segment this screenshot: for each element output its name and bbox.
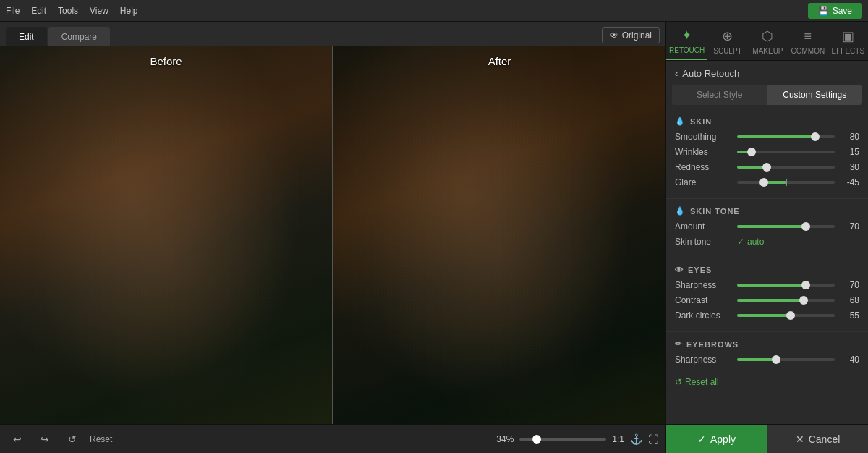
checkmark-icon: ✓ (737, 237, 744, 247)
dark-circles-fill (737, 314, 791, 317)
eyebrows-section-title: ✏ EYEBROWS (675, 339, 859, 349)
before-image: Before (0, 46, 332, 424)
eyes-title: EYES (688, 266, 712, 274)
retouch-icon: ✦ (681, 27, 692, 43)
smoothing-track[interactable] (737, 135, 835, 138)
sharpness-eyes-track[interactable] (737, 284, 835, 287)
auto-retouch-label: Auto Retouch (682, 68, 739, 79)
bottom-actions: ✓ Apply ✕ Cancel (666, 424, 868, 453)
tab-effects[interactable]: ▣ EFFECTS (828, 22, 868, 60)
sub-tab-custom-settings[interactable]: Custom Settings (767, 85, 863, 105)
dark-circles-label: Dark circles (675, 310, 733, 321)
redo-button[interactable]: ↪ (35, 429, 55, 449)
contrast-eyes-label: Contrast (675, 295, 733, 305)
contrast-eyes-value: 68 (839, 295, 859, 305)
back-icon: ‹ (675, 68, 678, 79)
amount-track[interactable] (737, 225, 835, 228)
eyebrows-title: EYEBROWS (686, 340, 739, 349)
dark-circles-value: 55 (839, 310, 859, 321)
smoothing-row: Smoothing 80 (675, 132, 859, 142)
skin-section: 💧 SKIN Smoothing 80 Wrinkles (666, 112, 868, 195)
skin-tone-auto-check[interactable]: ✓ auto (737, 237, 764, 247)
anchor-icon: ⚓ (630, 433, 642, 445)
redness-thumb[interactable] (762, 163, 771, 172)
bottom-bar: ↩ ↪ ↺ Reset 34% 1:1 ⚓ ⛶ (0, 424, 665, 453)
wrinkles-thumb[interactable] (747, 148, 756, 156)
tab-common[interactable]: ≡ COMMON (788, 22, 827, 60)
save-label: Save (833, 6, 852, 16)
contrast-eyes-thumb[interactable] (799, 296, 808, 305)
sub-tab-select-style[interactable]: Select Style (672, 85, 767, 105)
tab-sculpt[interactable]: ⊕ SCULPT (707, 22, 747, 60)
reset-icon-button[interactable]: ↺ (62, 429, 82, 449)
glare-value: -45 (839, 177, 859, 187)
apply-button[interactable]: ✓ Apply (666, 425, 767, 453)
skin-tone-auto-row: Skin tone ✓ auto (675, 237, 859, 247)
menu-view[interactable]: View (90, 6, 109, 16)
skin-tone-auto-label: auto (747, 237, 764, 247)
sep-1 (666, 198, 868, 199)
fullscreen-icon[interactable]: ⛶ (648, 433, 658, 445)
sharpness-eyebrows-fill (737, 358, 776, 361)
cancel-button[interactable]: ✕ Cancel (767, 425, 868, 453)
reset-all-row[interactable]: ↺ Reset all (666, 373, 868, 391)
image-viewer: Before After (0, 46, 665, 424)
left-panel: Edit Compare 👁 Original Before (0, 22, 665, 453)
reset-button[interactable]: Reset (90, 434, 112, 444)
sharpness-eyes-value: 70 (839, 280, 859, 290)
amount-row: Amount 70 (675, 221, 859, 232)
tab-edit[interactable]: Edit (6, 27, 47, 46)
skin-tone-icon: 💧 (675, 206, 686, 216)
menu-tools[interactable]: Tools (58, 6, 78, 16)
redness-row: Redness 30 (675, 162, 859, 172)
sharpness-eyes-fill (737, 284, 806, 287)
tab-compare[interactable]: Compare (48, 27, 110, 46)
reset-all-icon: ↺ (675, 377, 682, 387)
back-row[interactable]: ‹ Auto Retouch (666, 61, 868, 85)
eyes-section: 👁 EYES Sharpness 70 Contrast (666, 261, 868, 329)
effects-icon: ▣ (842, 28, 854, 44)
smoothing-thumb[interactable] (811, 132, 820, 141)
undo-button[interactable]: ↩ (7, 429, 27, 449)
redness-track[interactable] (737, 166, 835, 169)
amount-thumb[interactable] (801, 222, 810, 231)
image-divider[interactable] (332, 46, 333, 424)
wrinkles-row: Wrinkles 15 (675, 147, 859, 157)
before-label: Before (150, 55, 182, 67)
tab-retouch[interactable]: ✦ RETOUCH (666, 22, 707, 60)
common-icon: ≡ (804, 29, 812, 44)
amount-label: Amount (675, 221, 733, 232)
skin-tone-label: Skin tone (675, 237, 733, 247)
eyebrows-section: ✏ EYEBROWS Sharpness 40 (666, 335, 868, 373)
skin-tone-section: 💧 SKIN TONE Amount 70 Skin tone ✓ auto (666, 202, 868, 255)
glare-row: Glare -45 (675, 177, 859, 187)
wrinkles-track[interactable] (737, 151, 835, 153)
sharpness-eyes-thumb[interactable] (801, 281, 810, 289)
sharpness-eyebrows-thumb[interactable] (772, 355, 780, 364)
dark-circles-thumb[interactable] (786, 311, 795, 320)
common-label: COMMON (791, 47, 825, 55)
menu-edit[interactable]: Edit (31, 6, 46, 16)
tab-makeup[interactable]: ⬡ MAKEUP (748, 22, 788, 60)
sep-3 (666, 331, 868, 332)
save-icon: 💾 (818, 6, 829, 16)
glare-thumb[interactable] (760, 178, 768, 187)
skin-tone-title: SKIN TONE (690, 207, 740, 216)
dark-circles-track[interactable] (737, 314, 835, 317)
glare-label: Glare (675, 177, 733, 187)
menu-file[interactable]: File (6, 6, 20, 16)
original-button[interactable]: 👁 Original (602, 27, 660, 43)
menu-help[interactable]: Help (120, 6, 138, 16)
apply-label: Apply (710, 433, 736, 445)
zoom-ratio[interactable]: 1:1 (612, 434, 624, 444)
smoothing-label: Smoothing (675, 132, 733, 142)
zoom-slider[interactable] (519, 438, 606, 441)
glare-track[interactable] (737, 181, 835, 184)
contrast-eyes-track[interactable] (737, 299, 835, 302)
sep-2 (666, 258, 868, 258)
eye-icon: 👁 (610, 30, 618, 41)
save-button[interactable]: 💾 Save (808, 3, 862, 19)
sharpness-eyebrows-track[interactable] (737, 358, 835, 361)
skin-section-title: 💧 SKIN (675, 117, 859, 126)
wrinkles-label: Wrinkles (675, 147, 733, 157)
